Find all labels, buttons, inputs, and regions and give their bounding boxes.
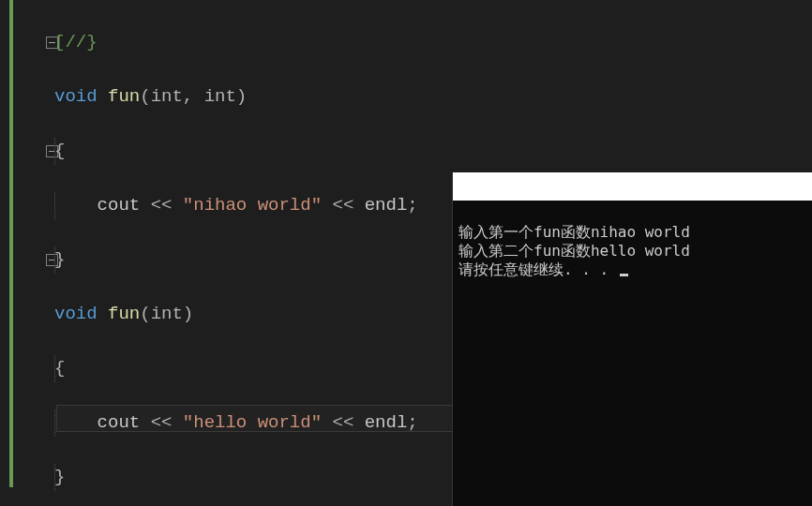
brace: { (54, 141, 65, 161)
gutter (0, 0, 47, 506)
console-line: 请按任意键继续. . . (459, 260, 618, 278)
params: (int) (140, 304, 193, 324)
function-name: fun (108, 304, 140, 324)
keyword: void (54, 86, 98, 107)
function-name: fun (108, 86, 140, 107)
console-output: 输入第一个fun函数nihao world 输入第二个fun函数hello wo… (453, 201, 812, 302)
code-text: [//} (54, 32, 98, 52)
cursor-icon (620, 274, 628, 276)
console-line: 输入第二个fun函数hello world (459, 242, 690, 260)
identifier: cout (98, 412, 141, 433)
brace: } (54, 249, 65, 270)
code-area[interactable]: [//} void fun(int, int) { cout << "nihao… (47, 0, 418, 506)
keyword: void (54, 304, 98, 324)
string-literal: "hello world" (183, 412, 322, 433)
console-window[interactable]: 输入第一个fun函数nihao world 输入第二个fun函数hello wo… (453, 172, 812, 506)
params: (int, int) (140, 86, 247, 107)
brace: { (54, 358, 65, 379)
identifier: cout (98, 195, 141, 216)
console-line: 输入第一个fun函数nihao world (459, 223, 690, 241)
string-literal: "nihao world" (183, 195, 322, 216)
brace: } (54, 467, 65, 487)
